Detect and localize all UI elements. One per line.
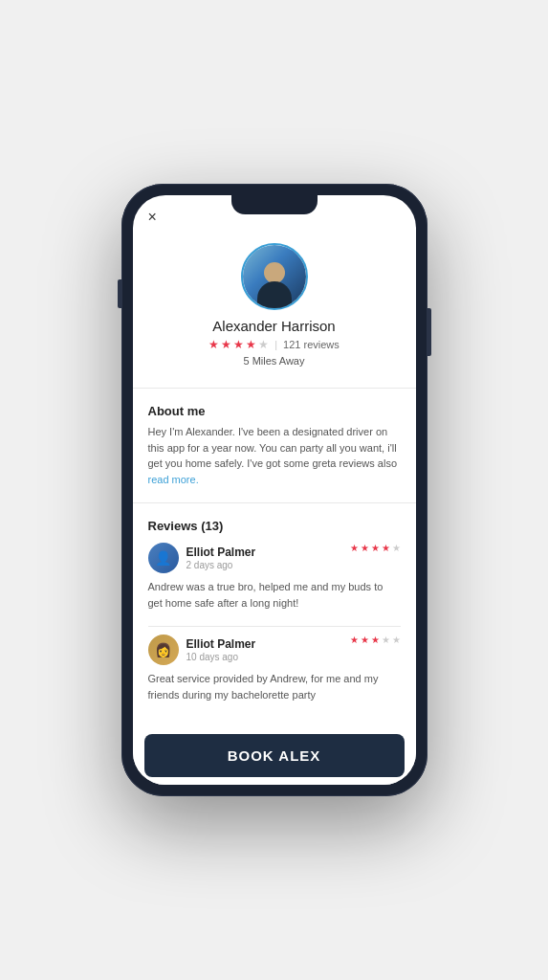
book-alex-button[interactable]: BOOK ALEX [144,734,405,777]
phone-notch [231,195,318,214]
reviewer-details-2: Elliot Palmer 10 days ago [186,637,256,662]
close-button[interactable]: × [148,209,157,225]
star-4: ★ [246,338,256,351]
rating-row: ★ ★ ★ ★ ★ | 121 reviews [208,338,340,351]
avatar [241,243,308,310]
book-button-container: BOOK ALEX [133,726,416,785]
review-divider [148,626,401,627]
about-text: Hey I'm Alexander. I've been a designate… [148,424,401,487]
profile-section: Alexander Harrison ★ ★ ★ ★ ★ | 121 revie… [133,235,416,382]
about-title: About me [148,404,401,418]
review-item-1: 👤 Elliot Palmer 2 days ago ★ ★ ★ ★ [148,543,401,620]
about-section: About me Hey I'm Alexander. I've been a … [133,394,416,497]
star-5: ★ [258,338,269,351]
reviews-section: Reviews (13) 👤 Elliot Palmer 2 days ago [133,509,416,722]
rating-divider: | [274,339,277,350]
reviews-title: Reviews (13) [148,519,401,533]
star-2: ★ [221,338,231,351]
phone-screen: × Alexander Harrison ★ ★ ★ ★ ★ | [133,195,416,785]
review-date-2: 10 days ago [186,652,256,662]
review-header-2: 👩 Elliot Palmer 10 days ago ★ ★ ★ ★ [148,635,401,665]
distance: 5 Miles Away [244,355,305,367]
profile-name: Alexander Harrison [212,318,335,334]
star-3: ★ [233,338,244,351]
star-1: ★ [208,338,219,351]
reviewer-details-1: Elliot Palmer 2 days ago [186,546,256,570]
review-stars-1: ★ ★ ★ ★ ★ [350,543,401,553]
reviewer-avatar-2: 👩 [148,635,179,665]
reviewer-name-1: Elliot Palmer [186,546,256,559]
section-divider-2 [133,502,416,503]
review-count: 121 reviews [283,339,340,350]
avatar-image [243,245,306,308]
screen-content: × Alexander Harrison ★ ★ ★ ★ ★ | [133,195,416,785]
rating-stars: ★ ★ ★ ★ ★ [208,338,269,351]
review-text-2: Great service provided by Andrew, for me… [148,671,401,702]
section-divider-1 [133,388,416,389]
review-item-2: 👩 Elliot Palmer 10 days ago ★ ★ ★ ★ [148,635,401,712]
reviewer-info-2: 👩 Elliot Palmer 10 days ago [148,635,256,665]
reviewer-info-1: 👤 Elliot Palmer 2 days ago [148,543,256,573]
read-more-link[interactable]: read more. [148,474,199,485]
review-text-1: Andrew was a true bro, helped me and my … [148,579,401,611]
review-stars-2: ★ ★ ★ ★ ★ [350,635,401,645]
review-header-1: 👤 Elliot Palmer 2 days ago ★ ★ ★ ★ [148,543,401,573]
review-date-1: 2 days ago [186,560,256,570]
reviewer-avatar-1: 👤 [148,543,179,573]
reviewer-name-2: Elliot Palmer [186,637,256,651]
phone-frame: × Alexander Harrison ★ ★ ★ ★ ★ | [121,184,427,796]
